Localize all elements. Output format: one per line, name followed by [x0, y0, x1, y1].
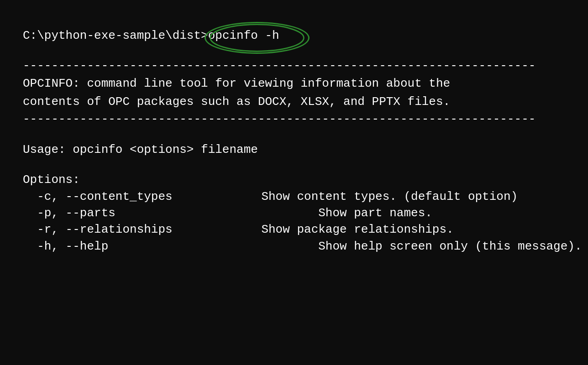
- options-section: Options: -c, --content_types Show conten…: [23, 172, 565, 255]
- prompt: C:\python-exe-sample\dist>: [23, 27, 208, 44]
- options-header: Options:: [23, 172, 565, 188]
- usage-line: Usage: opcinfo <options> filename: [23, 141, 565, 158]
- description-line1: OPCINFO: command line tool for viewing i…: [23, 74, 565, 93]
- top-separator: ----------------------------------------…: [23, 57, 565, 74]
- bottom-separator: ----------------------------------------…: [23, 111, 565, 127]
- description-line2: contents of OPC packages such as DOCX, X…: [23, 93, 565, 111]
- option-desc-c: Show content types. (default option): [233, 188, 518, 205]
- command-line: C:\python-exe-sample\dist> opcinfo -h: [23, 27, 565, 44]
- option-flag-c: -c, --content_types: [23, 188, 233, 205]
- command-text: opcinfo -h: [208, 27, 279, 44]
- option-flag-p: -p, --parts: [23, 205, 233, 221]
- option-flag-r: -r, --relationships: [23, 221, 233, 238]
- option-row-content-types: -c, --content_types Show content types. …: [23, 188, 565, 205]
- option-flag-h: -h, --help: [23, 238, 233, 255]
- option-desc-r: Show package relationships.: [233, 221, 454, 238]
- option-row-help: -h, --help Show help screen only (this m…: [23, 238, 565, 255]
- option-row-parts: -p, --parts Show part names.: [23, 205, 565, 221]
- terminal-window: C:\python-exe-sample\dist> opcinfo -h --…: [0, 0, 588, 365]
- option-desc-p: Show part names.: [233, 205, 432, 221]
- option-row-relationships: -r, --relationships Show package relatio…: [23, 221, 565, 238]
- option-desc-h: Show help screen only (this message).: [233, 238, 582, 255]
